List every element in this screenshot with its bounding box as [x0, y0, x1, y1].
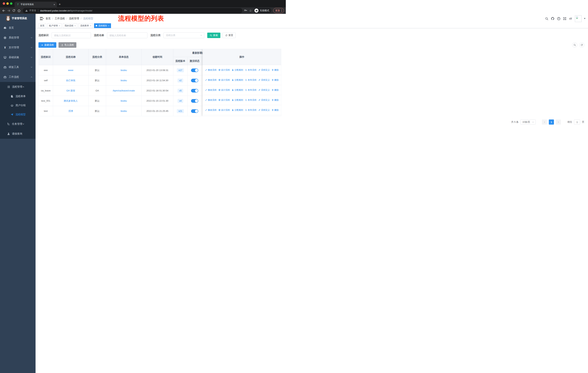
edit-process-link[interactable]: 修改流程 [205, 69, 217, 71]
process-definition-link[interactable]: 流程定义 [258, 99, 270, 102]
process-definition-link[interactable]: 流程定义 [258, 79, 270, 81]
delete-link[interactable]: 删除 [272, 89, 279, 92]
browser-tab[interactable]: 芋道管理系统 × [15, 2, 57, 7]
assign-rule-link[interactable]: 分配规则 [232, 89, 243, 92]
design-process-link[interactable]: 设计流程 [218, 79, 230, 81]
sidebar-item-leave-query[interactable]: 请假查询 [0, 129, 36, 139]
close-icon[interactable]: × [90, 25, 91, 27]
tag-home[interactable]: 首页 [38, 23, 46, 28]
home-icon[interactable] [16, 9, 21, 12]
active-toggle[interactable] [191, 69, 198, 72]
breadcrumb-workflow[interactable]: 工作流程 [55, 17, 65, 20]
publish-process-link[interactable]: 发布流程 [245, 99, 256, 102]
sidebar-item-home[interactable]: 首页 [0, 23, 36, 33]
close-icon[interactable]: × [108, 25, 109, 27]
process-key-input[interactable] [52, 32, 91, 38]
active-toggle[interactable] [191, 89, 198, 92]
document-edit-icon [10, 95, 13, 98]
version-badge[interactable]: v21 [177, 109, 184, 113]
briefcase-icon [3, 76, 7, 79]
sidebar-item-payment[interactable]: ¥ 支付管理 [0, 43, 36, 52]
process-definition-link[interactable]: 流程定义 [258, 89, 270, 92]
delete-link[interactable]: 删除 [272, 69, 279, 71]
form-info-link[interactable]: biubiu [121, 69, 127, 71]
sidebar-item-infrastructure[interactable]: 基础设施 [0, 52, 36, 62]
active-toggle[interactable] [191, 109, 198, 113]
assign-rule-link[interactable]: 分配规则 [232, 79, 243, 81]
process-name-link[interactable]: 测试多审批人 [64, 99, 78, 102]
tag-tenant[interactable]: 租户管理× [47, 23, 62, 28]
delete-link[interactable]: 删除 [272, 99, 279, 102]
process-name-link[interactable]: 自己审批 [66, 79, 75, 82]
process-name-input[interactable] [107, 32, 147, 38]
delete-link[interactable]: 删除 [272, 109, 279, 112]
version-badge[interactable]: v2 [178, 79, 183, 82]
sidebar-item-user-group[interactable]: 用户分组 [0, 101, 36, 110]
edit-process-link[interactable]: 修改流程 [205, 89, 217, 92]
edit-process-link[interactable]: 修改流程 [205, 99, 217, 102]
sidebar-item-process-management[interactable]: 流程管理 [0, 82, 36, 92]
assign-rule-link[interactable]: 分配规则 [232, 69, 243, 71]
active-toggle[interactable] [191, 99, 198, 103]
version-badge[interactable]: v5 [178, 89, 183, 93]
form-info-link[interactable]: /bpm/oa/leave/create [113, 89, 135, 92]
design-process-link[interactable]: 设计流程 [218, 69, 230, 71]
sidebar-item-devtools[interactable]: 研发工具 [0, 62, 36, 72]
close-icon[interactable]: × [74, 25, 75, 27]
key-icon[interactable] [244, 9, 247, 13]
edit-process-link[interactable]: 修改流程 [205, 79, 217, 81]
process-name-link[interactable]: 滔博 [68, 110, 73, 113]
reset-button[interactable]: 重置 [222, 33, 236, 38]
tag-my-process[interactable]: 我的流程× [63, 23, 77, 28]
form-info-link[interactable]: biubiu [121, 79, 127, 82]
active-toggle[interactable] [191, 79, 198, 82]
process-name-link[interactable]: OA 请假 [66, 89, 75, 92]
bookmark-star-icon[interactable]: ☆ [249, 9, 252, 13]
assign-rule-link[interactable]: 分配规则 [232, 99, 243, 102]
import-process-button[interactable]: 导入流程 [59, 42, 76, 48]
new-tab-button[interactable]: + [59, 2, 61, 7]
breadcrumb-home[interactable]: 首页 [46, 17, 51, 20]
breadcrumb-process-management[interactable]: 流程管理 [69, 17, 79, 20]
sidebar-item-process-form[interactable]: 流程表单 [0, 92, 36, 101]
sidebar-item-process-model[interactable]: 流程模型 [0, 110, 36, 119]
delete-link[interactable]: 删除 [272, 79, 279, 81]
process-name-link[interactable]: eeee [68, 69, 74, 71]
sidebar-item-task-management[interactable]: 任务管理 [0, 119, 36, 129]
publish-process-link[interactable]: 发布流程 [245, 69, 256, 71]
process-definition-link[interactable]: 流程定义 [258, 109, 270, 112]
form-info-link[interactable]: biubiu [121, 100, 127, 102]
design-process-link[interactable]: 设计流程 [218, 109, 230, 112]
publish-process-link[interactable]: 发布流程 [245, 89, 256, 92]
tab-close-icon[interactable]: × [53, 3, 55, 6]
browser-menu-icon[interactable] [281, 9, 282, 12]
sidebar-item-system[interactable]: 系统管理 [0, 33, 36, 43]
create-process-button[interactable]: 新建流程 [38, 42, 56, 48]
process-category-select[interactable]: 流程分类 [164, 32, 204, 38]
reload-icon[interactable] [11, 9, 16, 12]
version-badge[interactable]: v17 [177, 68, 184, 72]
publish-process-link[interactable]: 发布流程 [245, 79, 256, 81]
publish-process-link[interactable]: 发布流程 [245, 109, 256, 112]
close-icon[interactable]: × [59, 25, 60, 27]
design-process-link[interactable]: 设计流程 [218, 89, 230, 92]
not-secure-label: 不安全 [29, 9, 36, 12]
version-badge[interactable]: v4 [178, 99, 183, 103]
update-chrome-button[interactable]: 更新 [273, 8, 284, 13]
back-icon[interactable] [1, 9, 6, 12]
url-bar[interactable]: 不安全 dashboard.yudao.iocoder.cn/bpm/manag… [23, 8, 242, 13]
search-button[interactable]: 搜索 [207, 33, 220, 38]
assign-rule-link[interactable]: 分配规则 [232, 109, 243, 112]
forward-icon[interactable] [6, 9, 11, 12]
tag-process-form[interactable]: 流程表单× [79, 23, 93, 28]
sidebar-item-workflow[interactable]: 工作流程 [0, 72, 36, 82]
tag-process-model[interactable]: 流程模型× [94, 23, 111, 28]
collapse-sidebar-icon[interactable] [39, 17, 43, 20]
process-definition-link[interactable]: 流程定义 [258, 69, 270, 71]
traffic-minimize-button[interactable] [6, 2, 9, 5]
edit-process-link[interactable]: 修改流程 [205, 109, 217, 112]
design-process-link[interactable]: 设计流程 [218, 99, 230, 102]
traffic-zoom-button[interactable] [10, 2, 12, 5]
traffic-close-button[interactable] [3, 2, 5, 5]
form-info-link[interactable]: biubiu [121, 110, 127, 112]
